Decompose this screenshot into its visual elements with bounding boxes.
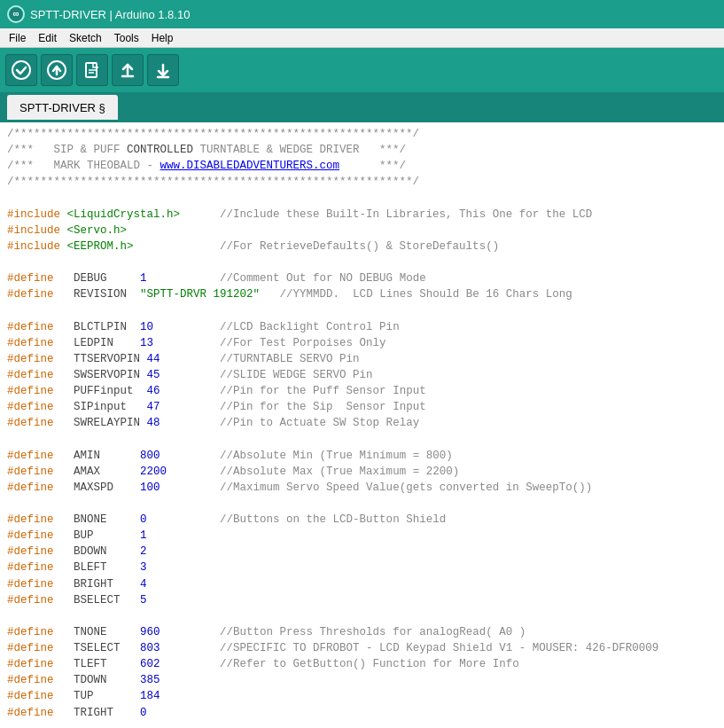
- code-line: [7, 302, 717, 318]
- code-line: #include <LiquidCrystal.h> //Include the…: [7, 207, 717, 223]
- code-line: #define AMAX 2200 //Absolute Max (True M…: [7, 464, 717, 480]
- menu-edit[interactable]: Edit: [33, 31, 62, 45]
- code-line: #include <EEPROM.h> //For RetrieveDefaul…: [7, 239, 717, 254]
- code-line: #define REVISION "SPTT-DRVR 191202" //YY…: [7, 286, 717, 302]
- code-line: #define BSELECT 5: [7, 592, 717, 608]
- code-line: #define SWRELAYPIN 48 //Pin to Actuate S…: [7, 415, 717, 431]
- verify-button[interactable]: [5, 54, 37, 86]
- code-line: /*** MARK THEOBALD - www.DISABLEDADVENTU…: [7, 158, 717, 174]
- code-line: #define BUP 1: [7, 528, 717, 544]
- new-button[interactable]: [76, 54, 108, 86]
- code-line: #define TRIGHT 0: [7, 705, 717, 721]
- save-button[interactable]: [147, 54, 179, 86]
- code-line: #define MAXSPD 100 //Maximum Servo Speed…: [7, 480, 717, 496]
- code-area[interactable]: /***************************************…: [0, 122, 724, 728]
- code-line: #include <Servo.h>: [7, 223, 717, 239]
- code-line: #define LEDPIN 13 //For Test Porpoises O…: [7, 335, 717, 351]
- code-line: [7, 496, 717, 512]
- code-line: #define TNONE 960 //Button Press Thresho…: [7, 624, 717, 640]
- menu-tools[interactable]: Tools: [109, 31, 144, 45]
- code-line: /*** SIP & PUFF CONTROLLED TURNTABLE & W…: [7, 142, 717, 158]
- svg-point-0: [12, 61, 30, 79]
- code-line: #define PUFFinput 46 //Pin for the Puff …: [7, 383, 717, 399]
- menu-sketch[interactable]: Sketch: [64, 31, 107, 45]
- code-line: #define BRIGHT 4: [7, 576, 717, 592]
- code-line: #define BNONE 0 //Buttons on the LCD-But…: [7, 512, 717, 528]
- app-icon: ∞: [7, 5, 25, 23]
- code-line: #define TTSERVOPIN 44 //TURNTABLE SERVO …: [7, 351, 717, 367]
- code-line: #define TLEFT 602 //Refer to GetButton()…: [7, 656, 717, 672]
- code-line: /***************************************…: [7, 174, 717, 190]
- code-line: #define BDOWN 2: [7, 544, 717, 560]
- open-button[interactable]: [112, 54, 144, 86]
- code-line: /***************************************…: [7, 126, 717, 142]
- menu-file[interactable]: File: [4, 31, 31, 45]
- title-text: SPTT-DRIVER | Arduino 1.8.10: [30, 8, 190, 21]
- code-line: [7, 431, 717, 447]
- code-line: #define BLCTLPIN 10 //LCD Backlight Cont…: [7, 319, 717, 335]
- menu-bar: File Edit Sketch Tools Help: [0, 28, 724, 48]
- tab-bar: SPTT-DRIVER §: [0, 92, 724, 122]
- code-line: #define DEBUG 1 //Comment Out for NO DEB…: [7, 270, 717, 286]
- toolbar: [0, 48, 724, 92]
- code-line: [7, 254, 717, 270]
- code-line: #define AMIN 800 //Absolute Min (True Mi…: [7, 448, 717, 464]
- code-line: #define TSELECT 803 //SPECIFIC TO DFROBO…: [7, 640, 717, 656]
- code-line: #define TUP 184: [7, 688, 717, 704]
- code-line: #define SWSERVOPIN 45 //SLIDE WEDGE SERV…: [7, 367, 717, 383]
- title-bar: ∞ SPTT-DRIVER | Arduino 1.8.10: [0, 0, 724, 28]
- upload-button[interactable]: [41, 54, 73, 86]
- code-line: #define SIPinput 47 //Pin for the Sip Se…: [7, 399, 717, 415]
- code-line: #define BLEFT 3: [7, 560, 717, 575]
- menu-help[interactable]: Help: [146, 31, 179, 45]
- code-line: [7, 608, 717, 624]
- code-line: [7, 191, 717, 207]
- code-line: #define TDOWN 385: [7, 672, 717, 688]
- tab-sptt-driver[interactable]: SPTT-DRIVER §: [7, 95, 118, 120]
